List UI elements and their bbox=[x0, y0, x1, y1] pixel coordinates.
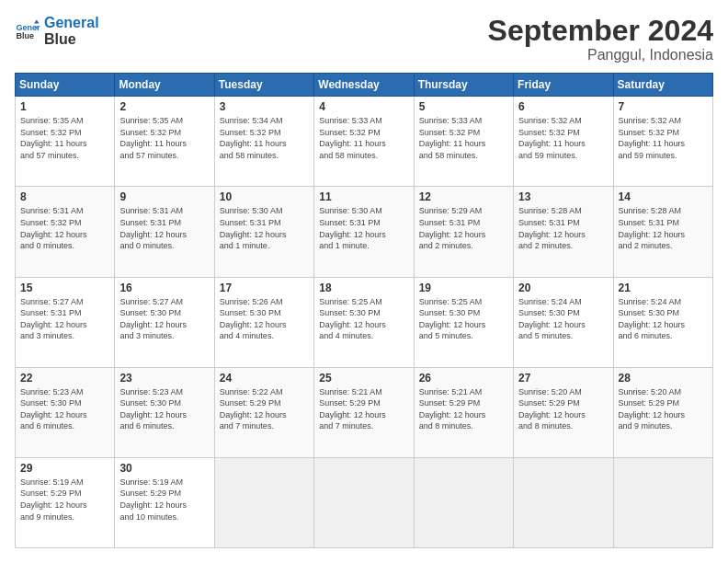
calendar-cell: 7Sunrise: 5:32 AM Sunset: 5:32 PM Daylig… bbox=[613, 97, 712, 187]
day-number: 24 bbox=[220, 372, 309, 385]
calendar-cell: 19Sunrise: 5:25 AM Sunset: 5:30 PM Dayli… bbox=[414, 277, 513, 367]
calendar-cell: 12Sunrise: 5:29 AM Sunset: 5:31 PM Dayli… bbox=[414, 187, 513, 277]
calendar-subtitle: Panggul, Indonesia bbox=[488, 47, 713, 63]
day-number: 4 bbox=[319, 100, 408, 113]
day-number: 27 bbox=[518, 372, 608, 385]
header-day-thursday: Thursday bbox=[414, 74, 513, 97]
svg-text:Blue: Blue bbox=[16, 31, 34, 40]
calendar-cell: 24Sunrise: 5:22 AM Sunset: 5:29 PM Dayli… bbox=[214, 367, 313, 457]
day-number: 28 bbox=[619, 372, 708, 385]
day-number: 14 bbox=[619, 190, 708, 203]
header-day-friday: Friday bbox=[514, 74, 613, 97]
calendar-cell: 5Sunrise: 5:33 AM Sunset: 5:32 PM Daylig… bbox=[414, 97, 513, 187]
calendar-cell: 29Sunrise: 5:19 AM Sunset: 5:29 PM Dayli… bbox=[16, 457, 115, 547]
calendar-table: SundayMondayTuesdayWednesdayThursdayFrid… bbox=[15, 73, 713, 548]
calendar-cell: 6Sunrise: 5:32 AM Sunset: 5:32 PM Daylig… bbox=[514, 97, 613, 187]
day-number: 12 bbox=[419, 190, 508, 203]
day-number: 25 bbox=[319, 372, 408, 385]
day-info: Sunrise: 5:19 AM Sunset: 5:29 PM Dayligh… bbox=[119, 477, 209, 523]
calendar-cell bbox=[514, 457, 613, 547]
day-info: Sunrise: 5:23 AM Sunset: 5:30 PM Dayligh… bbox=[20, 386, 109, 432]
day-info: Sunrise: 5:33 AM Sunset: 5:32 PM Dayligh… bbox=[419, 115, 508, 161]
day-info: Sunrise: 5:27 AM Sunset: 5:31 PM Dayligh… bbox=[20, 296, 109, 342]
calendar-week-5: 29Sunrise: 5:19 AM Sunset: 5:29 PM Dayli… bbox=[16, 457, 713, 547]
calendar-cell: 23Sunrise: 5:23 AM Sunset: 5:30 PM Dayli… bbox=[115, 367, 214, 457]
header-day-sunday: Sunday bbox=[16, 74, 115, 97]
calendar-header-row: SundayMondayTuesdayWednesdayThursdayFrid… bbox=[16, 74, 713, 97]
day-info: Sunrise: 5:25 AM Sunset: 5:30 PM Dayligh… bbox=[419, 296, 508, 342]
logo-general: General bbox=[44, 15, 99, 31]
day-info: Sunrise: 5:22 AM Sunset: 5:29 PM Dayligh… bbox=[220, 386, 309, 432]
day-number: 7 bbox=[619, 100, 708, 113]
day-info: Sunrise: 5:31 AM Sunset: 5:32 PM Dayligh… bbox=[20, 205, 109, 251]
day-info: Sunrise: 5:20 AM Sunset: 5:29 PM Dayligh… bbox=[619, 386, 708, 432]
day-info: Sunrise: 5:26 AM Sunset: 5:30 PM Dayligh… bbox=[220, 296, 309, 342]
day-info: Sunrise: 5:30 AM Sunset: 5:31 PM Dayligh… bbox=[319, 205, 408, 251]
calendar-cell: 11Sunrise: 5:30 AM Sunset: 5:31 PM Dayli… bbox=[314, 187, 414, 277]
calendar-cell: 28Sunrise: 5:20 AM Sunset: 5:29 PM Dayli… bbox=[613, 367, 712, 457]
day-info: Sunrise: 5:33 AM Sunset: 5:32 PM Dayligh… bbox=[319, 115, 408, 161]
day-number: 10 bbox=[220, 190, 309, 203]
day-number: 2 bbox=[119, 100, 209, 113]
calendar-cell: 1Sunrise: 5:35 AM Sunset: 5:32 PM Daylig… bbox=[16, 97, 115, 187]
day-info: Sunrise: 5:32 AM Sunset: 5:32 PM Dayligh… bbox=[518, 115, 608, 161]
calendar-week-4: 22Sunrise: 5:23 AM Sunset: 5:30 PM Dayli… bbox=[16, 367, 713, 457]
calendar-week-3: 15Sunrise: 5:27 AM Sunset: 5:31 PM Dayli… bbox=[16, 277, 713, 367]
calendar-cell: 22Sunrise: 5:23 AM Sunset: 5:30 PM Dayli… bbox=[16, 367, 115, 457]
day-info: Sunrise: 5:29 AM Sunset: 5:31 PM Dayligh… bbox=[419, 205, 508, 251]
day-number: 19 bbox=[419, 282, 508, 294]
calendar-cell: 21Sunrise: 5:24 AM Sunset: 5:30 PM Dayli… bbox=[613, 277, 712, 367]
calendar-week-1: 1Sunrise: 5:35 AM Sunset: 5:32 PM Daylig… bbox=[16, 97, 713, 187]
calendar-cell bbox=[314, 457, 414, 547]
day-number: 17 bbox=[220, 282, 309, 294]
day-number: 3 bbox=[220, 100, 309, 113]
day-info: Sunrise: 5:28 AM Sunset: 5:31 PM Dayligh… bbox=[619, 205, 708, 251]
day-info: Sunrise: 5:24 AM Sunset: 5:30 PM Dayligh… bbox=[518, 296, 608, 342]
header: General Blue General Blue September 2024… bbox=[15, 15, 713, 63]
calendar-cell bbox=[414, 457, 513, 547]
day-info: Sunrise: 5:35 AM Sunset: 5:32 PM Dayligh… bbox=[119, 115, 209, 161]
logo-icon: General Blue bbox=[15, 18, 40, 44]
day-number: 16 bbox=[119, 282, 209, 294]
calendar-cell: 15Sunrise: 5:27 AM Sunset: 5:31 PM Dayli… bbox=[16, 277, 115, 367]
day-number: 23 bbox=[119, 372, 209, 385]
day-number: 5 bbox=[419, 100, 508, 113]
calendar-cell: 14Sunrise: 5:28 AM Sunset: 5:31 PM Dayli… bbox=[613, 187, 712, 277]
calendar-cell: 13Sunrise: 5:28 AM Sunset: 5:31 PM Dayli… bbox=[514, 187, 613, 277]
calendar-cell: 16Sunrise: 5:27 AM Sunset: 5:30 PM Dayli… bbox=[115, 277, 214, 367]
day-number: 6 bbox=[518, 100, 608, 113]
day-info: Sunrise: 5:23 AM Sunset: 5:30 PM Dayligh… bbox=[119, 386, 209, 432]
page: General Blue General Blue September 2024… bbox=[0, 0, 728, 563]
day-number: 29 bbox=[20, 462, 109, 475]
calendar-cell: 26Sunrise: 5:21 AM Sunset: 5:29 PM Dayli… bbox=[414, 367, 513, 457]
calendar-cell: 17Sunrise: 5:26 AM Sunset: 5:30 PM Dayli… bbox=[214, 277, 313, 367]
calendar-cell bbox=[613, 457, 712, 547]
calendar-cell: 3Sunrise: 5:34 AM Sunset: 5:32 PM Daylig… bbox=[214, 97, 313, 187]
day-info: Sunrise: 5:32 AM Sunset: 5:32 PM Dayligh… bbox=[619, 115, 708, 161]
calendar-week-2: 8Sunrise: 5:31 AM Sunset: 5:32 PM Daylig… bbox=[16, 187, 713, 277]
day-number: 26 bbox=[419, 372, 508, 385]
day-info: Sunrise: 5:20 AM Sunset: 5:29 PM Dayligh… bbox=[518, 386, 608, 432]
day-number: 30 bbox=[119, 462, 209, 475]
calendar-cell: 27Sunrise: 5:20 AM Sunset: 5:29 PM Dayli… bbox=[514, 367, 613, 457]
calendar-cell: 9Sunrise: 5:31 AM Sunset: 5:31 PM Daylig… bbox=[115, 187, 214, 277]
calendar-cell: 8Sunrise: 5:31 AM Sunset: 5:32 PM Daylig… bbox=[16, 187, 115, 277]
day-number: 13 bbox=[518, 190, 608, 203]
header-day-wednesday: Wednesday bbox=[314, 74, 414, 97]
day-info: Sunrise: 5:31 AM Sunset: 5:31 PM Dayligh… bbox=[119, 205, 209, 251]
calendar-cell: 4Sunrise: 5:33 AM Sunset: 5:32 PM Daylig… bbox=[314, 97, 414, 187]
day-number: 20 bbox=[518, 282, 608, 294]
day-info: Sunrise: 5:25 AM Sunset: 5:30 PM Dayligh… bbox=[319, 296, 408, 342]
day-info: Sunrise: 5:24 AM Sunset: 5:30 PM Dayligh… bbox=[619, 296, 708, 342]
day-number: 8 bbox=[20, 190, 109, 203]
day-info: Sunrise: 5:21 AM Sunset: 5:29 PM Dayligh… bbox=[419, 386, 508, 432]
calendar-cell: 20Sunrise: 5:24 AM Sunset: 5:30 PM Dayli… bbox=[514, 277, 613, 367]
day-number: 9 bbox=[119, 190, 209, 203]
day-info: Sunrise: 5:27 AM Sunset: 5:30 PM Dayligh… bbox=[119, 296, 209, 342]
header-day-monday: Monday bbox=[115, 74, 214, 97]
logo: General Blue General Blue bbox=[15, 15, 99, 47]
day-info: Sunrise: 5:19 AM Sunset: 5:29 PM Dayligh… bbox=[20, 477, 109, 523]
day-number: 1 bbox=[20, 100, 109, 113]
day-info: Sunrise: 5:21 AM Sunset: 5:29 PM Dayligh… bbox=[319, 386, 408, 432]
calendar-cell: 2Sunrise: 5:35 AM Sunset: 5:32 PM Daylig… bbox=[115, 97, 214, 187]
